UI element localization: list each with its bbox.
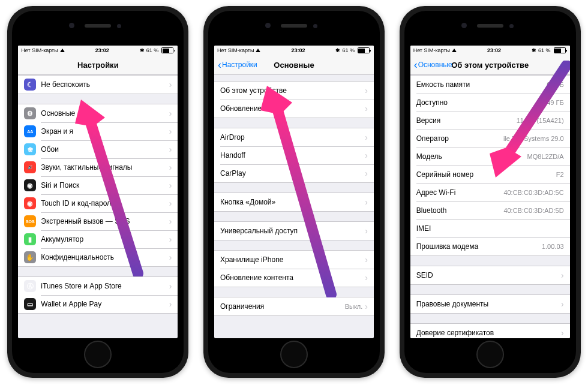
settings-row[interactable]: AirDrop› xyxy=(214,128,374,146)
chevron-right-icon: › xyxy=(169,163,172,172)
settings-row-label: Экстренный вызов — SOS xyxy=(41,217,166,225)
settings-row-icon: ☾ xyxy=(24,79,36,91)
settings-row[interactable]: Bluetooth40:CB:C0:3D:AD:5D xyxy=(410,201,570,219)
bluetooth-icon: ✱ xyxy=(335,47,340,53)
settings-row[interactable]: AAЭкран и я› xyxy=(18,122,178,140)
settings-row-value: MQ8L2ZD/A xyxy=(527,153,564,160)
chevron-right-icon: › xyxy=(365,86,368,95)
settings-row[interactable]: Доступно54,49 ГБ xyxy=(410,94,570,112)
settings-row-label: Емкость памяти xyxy=(416,80,545,89)
screen-3: Нет SIM-карты 23:02 ✱ 61 % ‹ Основные О xyxy=(410,46,570,338)
settings-row[interactable]: ☾Не беспокоить› xyxy=(18,76,178,94)
settings-row-value: 40:CB:C0:3D:AD:5D xyxy=(503,207,563,214)
settings-row-label: Адрес Wi-Fi xyxy=(416,188,502,197)
chevron-right-icon: › xyxy=(169,217,172,225)
settings-row[interactable]: Обновление контента› xyxy=(214,269,374,287)
settings-row[interactable]: Серийный номерF2 xyxy=(410,166,570,184)
settings-row[interactable]: ✋Конфиденциальность› xyxy=(18,248,178,266)
settings-row[interactable]: Версия11.0.2 (15A421) xyxy=(410,112,570,130)
settings-row-icon: ❀ xyxy=(24,143,36,155)
phone-mockup-1: Нет SIM-карты 23:02 ✱ 61 % Настройки ☾Не… xyxy=(7,6,188,378)
settings-row[interactable]: Кнопка «Домой»› xyxy=(214,193,374,211)
settings-row-label: Правовые документы xyxy=(416,300,559,308)
nav-back-button[interactable]: ‹ Основные xyxy=(414,59,452,70)
settings-row[interactable]: Прошивка модема1.00.03 xyxy=(410,237,570,255)
settings-row[interactable]: ⒶiTunes Store и App Store› xyxy=(18,277,178,295)
chevron-right-icon: › xyxy=(169,80,172,89)
settings-row-icon: ◉ xyxy=(24,197,36,209)
chevron-right-icon: › xyxy=(365,151,368,160)
settings-row[interactable]: SOSЭкстренный вызов — SOS› xyxy=(18,212,178,230)
settings-row-label: iTunes Store и App Store xyxy=(41,282,166,290)
settings-row[interactable]: Операторile TeleSystems 29.0 xyxy=(410,130,570,148)
carrier-text: Нет SIM-карты xyxy=(413,47,450,53)
nav-back-button[interactable]: ‹ Настройки xyxy=(218,59,257,70)
settings-row[interactable]: ◉Siri и Поиск› xyxy=(18,176,178,194)
settings-row-label: Основные xyxy=(41,109,166,118)
settings-row-label: Универсальный доступ xyxy=(220,227,362,235)
settings-row-label: Версия xyxy=(416,116,514,125)
settings-row-label: Звуки, тактильные сигналы xyxy=(41,163,166,172)
home-button[interactable] xyxy=(280,341,308,368)
settings-row-label: Не беспокоить xyxy=(41,80,166,89)
phone-sensor xyxy=(117,24,121,28)
settings-row[interactable]: Об этом устройстве› xyxy=(214,82,374,100)
settings-row[interactable]: IMEI xyxy=(410,219,570,237)
phone-camera xyxy=(69,23,74,28)
phone-mockup-3: Нет SIM-карты 23:02 ✱ 61 % ‹ Основные О xyxy=(400,6,581,378)
settings-row[interactable]: Универсальный доступ› xyxy=(214,222,374,240)
general-list[interactable]: Об этом устройстве›Обновление ПО› AirDro… xyxy=(214,75,374,338)
settings-row[interactable]: ⚙Основные› xyxy=(18,104,178,122)
settings-row[interactable]: Емкость памяти64 ГБ xyxy=(410,76,570,94)
settings-row[interactable]: Доверие сертификатов› xyxy=(410,324,570,338)
settings-row-label: Аккумулятор xyxy=(41,235,166,243)
settings-row[interactable]: Хранилище iPhone› xyxy=(214,251,374,269)
chevron-left-icon: ‹ xyxy=(218,59,221,70)
chevron-right-icon: › xyxy=(365,169,368,178)
settings-row[interactable]: МодельMQ8L2ZD/A xyxy=(410,148,570,166)
settings-row-label: Обновление контента xyxy=(220,273,362,282)
settings-row[interactable]: Правовые документы› xyxy=(410,295,570,313)
settings-row[interactable]: SEID› xyxy=(410,266,570,284)
status-time: 23:02 xyxy=(95,47,109,53)
settings-row[interactable]: ◉Touch ID и код-пароль› xyxy=(18,194,178,212)
settings-row[interactable]: ❀Обои› xyxy=(18,140,178,158)
screen-1: Нет SIM-карты 23:02 ✱ 61 % Настройки ☾Не… xyxy=(18,46,178,338)
settings-row[interactable]: 🔊Звуки, тактильные сигналы› xyxy=(18,158,178,176)
phone-mockup-2: Нет SIM-карты 23:02 ✱ 61 % ‹ Настройки xyxy=(203,6,385,378)
settings-row-label: Конфиденциальность xyxy=(41,253,166,261)
settings-row[interactable]: ▮Аккумулятор› xyxy=(18,230,178,248)
chevron-right-icon: › xyxy=(169,300,172,308)
settings-row-icon: Ⓐ xyxy=(24,280,36,292)
settings-list[interactable]: ☾Не беспокоить› ⚙Основные›AAЭкран и я›❀О… xyxy=(18,75,178,338)
chevron-right-icon: › xyxy=(365,302,368,311)
phone-speaker xyxy=(85,24,111,28)
chevron-right-icon: › xyxy=(561,271,564,279)
settings-row-label: Ограничения xyxy=(220,302,343,311)
settings-row[interactable]: ОграниченияВыкл.› xyxy=(214,297,374,315)
settings-row-label: Touch ID и код-пароль xyxy=(41,199,166,207)
home-button[interactable] xyxy=(84,341,112,368)
settings-row[interactable]: Handoff› xyxy=(214,146,374,164)
chevron-right-icon: › xyxy=(169,199,172,207)
bluetooth-icon: ✱ xyxy=(140,47,145,53)
settings-row-value: ile TeleSystems 29.0 xyxy=(503,135,564,142)
settings-row[interactable]: Обновление ПО› xyxy=(214,100,374,118)
chevron-right-icon: › xyxy=(169,181,172,190)
status-bar: Нет SIM-карты 23:02 ✱ 61 % xyxy=(214,46,374,55)
settings-row-label: Экран и я xyxy=(41,127,166,136)
status-bar: Нет SIM-карты 23:02 ✱ 61 % xyxy=(410,46,570,55)
settings-row-value: F2 xyxy=(556,171,564,178)
phone-speaker xyxy=(281,24,307,28)
settings-row-label: Серийный номер xyxy=(416,170,554,179)
chevron-right-icon: › xyxy=(169,282,172,290)
home-button[interactable] xyxy=(476,341,504,368)
wifi-icon xyxy=(60,47,65,53)
settings-row[interactable]: CarPlay› xyxy=(214,164,374,182)
settings-row[interactable]: Адрес Wi-Fi40:CB:C0:3D:AD:5C xyxy=(410,184,570,201)
about-list[interactable]: Емкость памяти64 ГБДоступно54,49 ГБВерси… xyxy=(410,75,570,338)
chevron-right-icon: › xyxy=(365,133,368,142)
chevron-right-icon: › xyxy=(169,127,172,136)
settings-row[interactable]: ▭Wallet и Apple Pay› xyxy=(18,295,178,313)
chevron-right-icon: › xyxy=(169,253,172,261)
